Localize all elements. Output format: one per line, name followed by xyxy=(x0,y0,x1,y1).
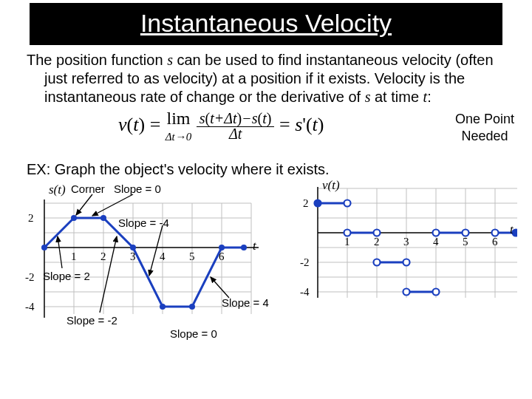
svg-point-57 xyxy=(403,259,410,266)
xtick: 6 xyxy=(219,250,225,263)
lim-sub: Δt→0 xyxy=(166,131,191,143)
rparen: ) xyxy=(267,110,272,126)
svg-point-52 xyxy=(315,200,321,207)
ytick: -2 xyxy=(300,256,310,269)
formula-v: v xyxy=(118,114,127,135)
rparen: ) xyxy=(318,114,324,135)
xtick: 5 xyxy=(189,250,195,263)
title-bar: Instantaneous Velocity xyxy=(30,3,502,45)
ytick: 2 xyxy=(303,197,309,210)
numerator: s(t+Δt)−s(t) xyxy=(197,110,275,127)
fraction: s(t+Δt)−s(t) Δt xyxy=(197,111,275,142)
svg-point-19 xyxy=(130,245,136,250)
x-axis-label: t xyxy=(510,222,514,237)
ytick: -2 xyxy=(25,271,35,284)
lparen: ( xyxy=(306,114,313,135)
annot-slope-n4: Slope = -4 xyxy=(118,216,169,229)
num-s: s xyxy=(200,110,205,126)
note-line: Needed xyxy=(461,129,508,143)
num-arg: t+Δt xyxy=(210,110,236,126)
svg-point-22 xyxy=(219,245,225,250)
ytick: -4 xyxy=(25,301,35,313)
annot-slope0: Slope = 0 xyxy=(114,183,161,195)
svg-point-18 xyxy=(100,215,106,221)
xtick: 2 xyxy=(100,250,106,263)
svg-line-24 xyxy=(76,194,92,215)
svg-point-59 xyxy=(433,289,440,296)
xtick: 2 xyxy=(374,236,380,248)
num-minus: −s xyxy=(242,110,257,126)
ytick: -4 xyxy=(300,286,310,299)
svg-point-20 xyxy=(160,304,166,310)
page-title: Instantaneous Velocity xyxy=(30,9,502,38)
velocity-graph: v(t) t 2 -2 -4 1 2 3 4 5 6 xyxy=(296,181,517,299)
annot-corner: Corner xyxy=(71,183,105,195)
xtick: 1 xyxy=(71,250,77,263)
equals: = xyxy=(150,114,161,135)
xtick: 4 xyxy=(160,250,166,263)
xtick: 3 xyxy=(403,236,409,248)
y-axis-label: v(t) xyxy=(322,178,340,193)
xtick: 4 xyxy=(433,236,439,248)
var-s: s xyxy=(167,52,173,68)
svg-point-53 xyxy=(344,200,351,207)
intro-paragraph: The position function s can be used to f… xyxy=(18,45,532,106)
position-graph: s(t) t 2 -2 -4 1 2 3 4 5 6 Corner Slope … xyxy=(22,181,266,329)
y-axis-label: s(t) xyxy=(49,183,66,197)
ytick: 2 xyxy=(28,212,34,225)
para-text: The position function xyxy=(27,52,167,68)
svg-point-21 xyxy=(189,304,195,310)
lparen: ( xyxy=(127,114,134,135)
svg-line-27 xyxy=(58,236,62,268)
svg-point-58 xyxy=(403,289,410,296)
equals: = xyxy=(279,114,290,135)
annot-slope4: Slope = 4 xyxy=(222,296,269,309)
lim-text: lim xyxy=(167,109,191,128)
para-text: : xyxy=(427,89,432,105)
example-prompt: EX: Graph the object's velocity where it… xyxy=(0,158,532,178)
note-line: One Point xyxy=(455,112,514,126)
annot-slope-n2: Slope = -2 xyxy=(66,314,117,327)
one-point-note: One Point Needed xyxy=(455,111,514,144)
denominator: Δt xyxy=(226,126,245,142)
graphs-area: s(t) t 2 -2 -4 1 2 3 4 5 6 Corner Slope … xyxy=(0,181,532,344)
rhs-t: t xyxy=(313,114,318,135)
xtick: 6 xyxy=(492,236,498,248)
limit: lim Δt→0 xyxy=(166,109,191,143)
svg-point-56 xyxy=(374,259,381,266)
svg-point-23 xyxy=(241,245,247,250)
x-axis-label: t xyxy=(253,239,256,253)
para-text: at time xyxy=(370,89,423,105)
rparen: ) xyxy=(138,114,145,135)
xtick: 5 xyxy=(463,236,468,248)
svg-point-17 xyxy=(71,215,77,221)
annot-slope0b: Slope = 0 xyxy=(170,327,217,340)
velocity-formula: v(t) = lim Δt→0 s(t+Δt)−s(t) Δt = s'(t) xyxy=(118,109,324,143)
annot-slope2: Slope = 2 xyxy=(43,270,90,282)
svg-point-16 xyxy=(41,245,47,250)
svg-line-29 xyxy=(211,277,229,298)
rhs-s: s xyxy=(295,114,302,135)
xtick: 3 xyxy=(130,250,136,263)
svg-line-25 xyxy=(92,194,133,216)
xtick: 1 xyxy=(344,236,350,248)
formula-row: v(t) = lim Δt→0 s(t+Δt)−s(t) Δt = s'(t) … xyxy=(0,106,532,158)
